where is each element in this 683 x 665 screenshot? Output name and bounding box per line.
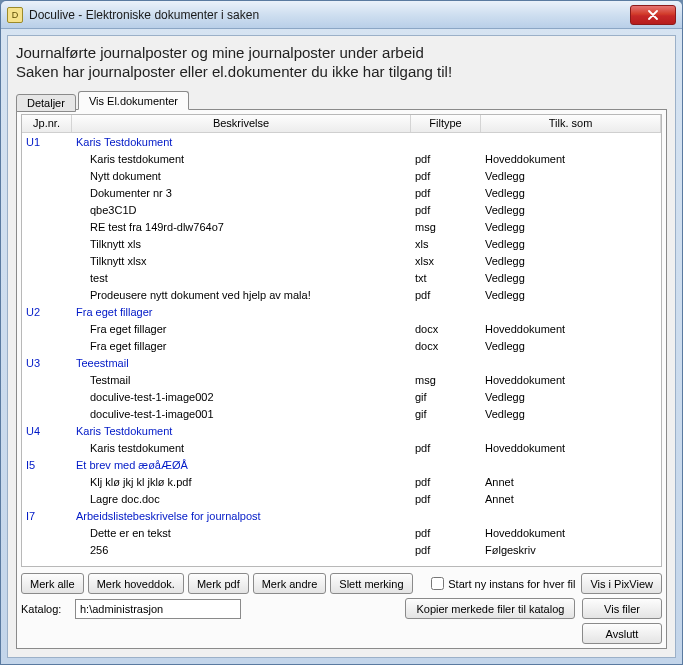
list-group-row[interactable]: I7Arbeidslistebeskrivelse for journalpos… — [22, 507, 661, 524]
list-item-row[interactable]: Tilknytt xlsxxlsxVedlegg — [22, 252, 661, 269]
cell-beskrivelse: Karis Testdokument — [72, 135, 411, 149]
cell-jpnr — [22, 379, 72, 381]
cell-beskrivelse: Karis testdokument — [72, 441, 411, 455]
merk-andre-button[interactable]: Merk andre — [253, 573, 327, 594]
cell-tilk-som: Vedlegg — [481, 237, 661, 251]
list-item-row[interactable]: Tilknytt xlsxlsVedlegg — [22, 235, 661, 252]
cell-tilk-som — [481, 311, 661, 313]
list-group-row[interactable]: U2Fra eget fillager — [22, 303, 661, 320]
document-listview[interactable]: Jp.nr. Beskrivelse Filtype Tilk. som U1K… — [21, 114, 662, 567]
list-item-row[interactable]: TestmailmsgHoveddokument — [22, 371, 661, 388]
start-ny-instans-checkbox[interactable] — [431, 577, 444, 590]
col-header-beskrivelse[interactable]: Beskrivelse — [72, 115, 411, 132]
cell-tilk-som: Vedlegg — [481, 186, 661, 200]
list-item-row[interactable]: qbe3C1DpdfVedlegg — [22, 201, 661, 218]
cell-jpnr — [22, 277, 72, 279]
cell-tilk-som: Vedlegg — [481, 390, 661, 404]
list-group-row[interactable]: U1Karis Testdokument — [22, 133, 661, 150]
cell-jpnr — [22, 209, 72, 211]
cell-filtype: docx — [411, 322, 481, 336]
list-item-row[interactable]: RE test fra 149rd-dlw764o7msgVedlegg — [22, 218, 661, 235]
list-item-row[interactable]: Dette er en tekstpdfHoveddokument — [22, 524, 661, 541]
merk-alle-button[interactable]: Merk alle — [21, 573, 84, 594]
tab-strip: Detaljer Vis El.dokumenter — [16, 88, 667, 110]
list-item-row[interactable]: doculive-test-1-image002gifVedlegg — [22, 388, 661, 405]
list-item-row[interactable]: 256pdfFølgeskriv — [22, 541, 661, 558]
cell-jpnr — [22, 328, 72, 330]
cell-tilk-som: Annet — [481, 492, 661, 506]
cell-beskrivelse: Fra eget fillager — [72, 322, 411, 336]
cell-beskrivelse: qbe3C1D — [72, 203, 411, 217]
cell-jpnr — [22, 447, 72, 449]
merk-pdf-button[interactable]: Merk pdf — [188, 573, 249, 594]
cell-tilk-som: Vedlegg — [481, 288, 661, 302]
start-ny-instans-checkbox-wrap[interactable]: Start ny instans for hver fil — [431, 577, 575, 590]
list-item-row[interactable]: Karis testdokumentpdfHoveddokument — [22, 150, 661, 167]
col-header-filtype[interactable]: Filtype — [411, 115, 481, 132]
cell-beskrivelse: Karis testdokument — [72, 152, 411, 166]
list-item-row[interactable]: Dokumenter nr 3pdfVedlegg — [22, 184, 661, 201]
cell-tilk-som: Vedlegg — [481, 203, 661, 217]
cell-tilk-som — [481, 362, 661, 364]
cell-jpnr — [22, 158, 72, 160]
cell-filtype — [411, 430, 481, 432]
list-item-row[interactable]: Karis testdokumentpdfHoveddokument — [22, 439, 661, 456]
cell-filtype — [411, 515, 481, 517]
start-ny-instans-label: Start ny instans for hver fil — [448, 578, 575, 590]
cell-tilk-som — [481, 464, 661, 466]
cell-beskrivelse: Teeestmail — [72, 356, 411, 370]
cell-jpnr: U4 — [22, 424, 72, 438]
avslutt-button[interactable]: Avslutt — [582, 623, 662, 644]
list-item-row[interactable]: Klj klø jkj kl jklø k.pdfpdfAnnet — [22, 473, 661, 490]
list-group-row[interactable]: I5Et brev med æøåÆØÅ — [22, 456, 661, 473]
tab-vis-el-dokumenter[interactable]: Vis El.dokumenter — [78, 91, 189, 110]
cell-jpnr — [22, 226, 72, 228]
list-item-row[interactable]: Prodeusere nytt dokument ved hjelp av ma… — [22, 286, 661, 303]
cell-filtype: pdf — [411, 543, 481, 557]
cell-tilk-som — [481, 515, 661, 517]
vis-pixview-button[interactable]: Vis i PixView — [581, 573, 662, 594]
tab-panel: Jp.nr. Beskrivelse Filtype Tilk. som U1K… — [16, 109, 667, 649]
cell-tilk-som: Vedlegg — [481, 169, 661, 183]
cell-beskrivelse: Klj klø jkj kl jklø k.pdf — [72, 475, 411, 489]
cell-tilk-som — [481, 430, 661, 432]
list-item-row[interactable]: doculive-test-1-image001gifVedlegg — [22, 405, 661, 422]
cell-filtype: msg — [411, 373, 481, 387]
tab-detaljer[interactable]: Detaljer — [16, 94, 76, 112]
cell-beskrivelse: Arbeidslistebeskrivelse for journalpost — [72, 509, 411, 523]
cell-filtype: xls — [411, 237, 481, 251]
list-item-row[interactable]: Lagre doc.docpdfAnnet — [22, 490, 661, 507]
cell-tilk-som — [481, 141, 661, 143]
vis-filer-button[interactable]: Vis filer — [582, 598, 662, 619]
cell-tilk-som: Annet — [481, 475, 661, 489]
cell-filtype: gif — [411, 390, 481, 404]
list-item-row[interactable]: testtxtVedlegg — [22, 269, 661, 286]
cell-filtype — [411, 464, 481, 466]
list-group-row[interactable]: U4Karis Testdokument — [22, 422, 661, 439]
list-group-row[interactable]: U3Teeestmail — [22, 354, 661, 371]
cell-filtype: pdf — [411, 152, 481, 166]
cell-filtype: pdf — [411, 526, 481, 540]
slett-merking-button[interactable]: Slett merking — [330, 573, 412, 594]
cell-tilk-som: Vedlegg — [481, 407, 661, 421]
kopier-button[interactable]: Kopier merkede filer til katalog — [405, 598, 575, 619]
cell-tilk-som: Hoveddokument — [481, 441, 661, 455]
cell-jpnr — [22, 260, 72, 262]
cell-tilk-som: Vedlegg — [481, 339, 661, 353]
katalog-input[interactable] — [75, 599, 241, 619]
list-item-row[interactable]: Nytt dokumentpdfVedlegg — [22, 167, 661, 184]
cell-beskrivelse: Nytt dokument — [72, 169, 411, 183]
titlebar[interactable]: D Doculive - Elektroniske dokumenter i s… — [1, 1, 682, 29]
col-header-jpnr[interactable]: Jp.nr. — [22, 115, 72, 132]
col-header-tilk-som[interactable]: Tilk. som — [481, 115, 661, 132]
close-button[interactable] — [630, 5, 676, 25]
list-item-row[interactable]: Fra eget fillagerdocxVedlegg — [22, 337, 661, 354]
cell-jpnr — [22, 481, 72, 483]
cell-beskrivelse: Fra eget fillager — [72, 339, 411, 353]
cell-jpnr: U3 — [22, 356, 72, 370]
list-item-row[interactable]: Fra eget fillagerdocxHoveddokument — [22, 320, 661, 337]
merk-hoveddok-button[interactable]: Merk hoveddok. — [88, 573, 184, 594]
cell-filtype: pdf — [411, 186, 481, 200]
window-title: Doculive - Elektroniske dokumenter i sak… — [29, 8, 630, 22]
main-window: D Doculive - Elektroniske dokumenter i s… — [0, 0, 683, 665]
